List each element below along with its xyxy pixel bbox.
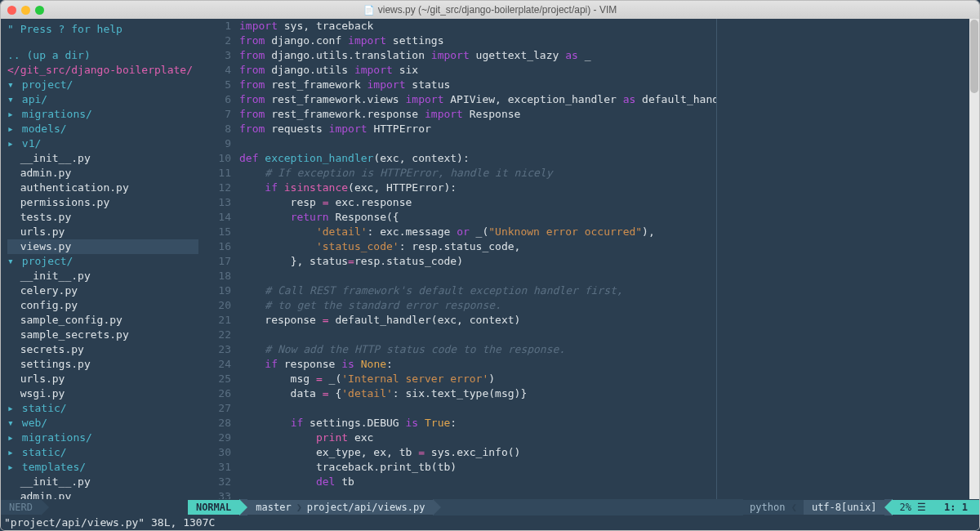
tree-file[interactable]: __init__.py	[7, 151, 198, 166]
tree-file[interactable]: wsgi.py	[7, 386, 198, 401]
tree-label[interactable]: sample_secrets.py	[7, 328, 129, 341]
tree-label[interactable]: admin.py	[7, 490, 71, 499]
tree-dir[interactable]: ▾ api/	[7, 92, 198, 107]
code-line[interactable]: ex_type, ex, tb = sys.exc_info()	[239, 445, 716, 460]
tree-dir[interactable]: ▸ models/	[7, 122, 198, 136]
chevron-down-icon[interactable]: ▾	[7, 78, 16, 92]
tree-file[interactable]: sample_secrets.py	[7, 328, 198, 342]
chevron-right-icon[interactable]: ▸	[7, 122, 16, 136]
code-line[interactable]: from rest_framework.views import APIView…	[239, 92, 716, 107]
right-pane[interactable]	[716, 19, 969, 499]
code-line[interactable]: resp = exc.response	[239, 195, 716, 210]
tree-label[interactable]: static/	[16, 446, 67, 458]
chevron-right-icon[interactable]: ▸	[7, 445, 16, 460]
minimize-icon[interactable]	[21, 6, 30, 15]
tree-label[interactable]: models/	[16, 123, 67, 135]
tree-label[interactable]: migrations/	[16, 431, 92, 444]
tree-dir[interactable]: ▾ web/	[7, 416, 198, 431]
tree-label[interactable]: __init__.py	[7, 152, 91, 164]
code-line[interactable]: from rest_framework.response import Resp…	[239, 107, 716, 122]
tree-label[interactable]: static/	[16, 402, 67, 414]
tree-label[interactable]: secrets.py	[7, 343, 84, 355]
code-line[interactable]: 'status_code': resp.status_code,	[239, 239, 716, 254]
tree-dir[interactable]: ▸ templates/	[7, 460, 198, 475]
code-line[interactable]: # Call REST framework's default exceptio…	[239, 283, 716, 298]
tree-dir[interactable]: ▾ project/	[7, 254, 198, 269]
tree-label[interactable]: settings.py	[7, 358, 91, 370]
tree-dir[interactable]: ▸ migrations/	[7, 107, 198, 122]
tree-file[interactable]: secrets.py	[7, 342, 198, 357]
chevron-down-icon[interactable]: ▾	[7, 92, 16, 107]
chevron-right-icon[interactable]: ▸	[7, 460, 16, 475]
chevron-right-icon[interactable]: ▸	[7, 401, 16, 416]
tree-label[interactable]: v1/	[16, 137, 41, 149]
code-line[interactable]: from rest_framework import status	[239, 78, 716, 92]
tree-label[interactable]: authentication.py	[7, 181, 129, 194]
tree-file[interactable]: __init__.py	[7, 269, 198, 283]
tree-file[interactable]: urls.py	[7, 372, 198, 386]
chevron-down-icon[interactable]: ▾	[7, 416, 16, 431]
tree-dir[interactable]: ▸ v1/	[7, 136, 198, 151]
tree-file[interactable]: sample_config.py	[7, 313, 198, 328]
tree-label[interactable]: project/	[16, 255, 73, 267]
code-line[interactable]: from requests import HTTPError	[239, 122, 716, 136]
tree-label[interactable]: views.py	[7, 240, 71, 252]
code-line[interactable]: # to get the standard error response.	[239, 298, 716, 313]
tree-file[interactable]: __init__.py	[7, 475, 198, 489]
file-tree[interactable]: " Press ? for help .. (up a dir) </git_s…	[1, 19, 205, 499]
code-line[interactable]: import sys, traceback	[239, 19, 716, 33]
tree-file[interactable]: urls.py	[7, 225, 198, 239]
tree-label[interactable]: tests.py	[7, 211, 71, 223]
tree-label[interactable]: wsgi.py	[7, 387, 65, 399]
code-line[interactable]: 'detail': exc.message or _("Unknown erro…	[239, 225, 716, 239]
tree-label[interactable]: web/	[16, 417, 47, 429]
tree-file[interactable]: settings.py	[7, 357, 198, 372]
code-line[interactable]: # Now add the HTTP status code to the re…	[239, 342, 716, 357]
tree-label[interactable]: urls.py	[7, 225, 65, 238]
code-line[interactable]: def exception_handler(exc, context):	[239, 151, 716, 166]
code-line[interactable]	[239, 136, 716, 151]
chevron-right-icon[interactable]: ▸	[7, 136, 16, 151]
tree-label[interactable]: templates/	[16, 461, 86, 473]
tree-label[interactable]: project/	[16, 78, 73, 91]
code-line[interactable]: # If exception is HTTPError, handle it n…	[239, 166, 716, 181]
tree-file[interactable]: admin.py	[7, 489, 198, 499]
code-line[interactable]: if isinstance(exc, HTTPError):	[239, 181, 716, 195]
code-line[interactable]: print exc	[239, 431, 716, 445]
nerdtree-updir[interactable]: .. (up a dir)	[7, 48, 198, 63]
tree-file[interactable]: views.py	[7, 239, 198, 254]
tree-label[interactable]: permissions.py	[7, 196, 109, 208]
code-line[interactable]: }, status=resp.status_code)	[239, 254, 716, 269]
command-line[interactable]: "project/api/views.py" 38L, 1307C	[1, 515, 979, 530]
code-line[interactable]: if settings.DEBUG is True:	[239, 416, 716, 431]
code-area[interactable]: import sys, tracebackfrom django.conf im…	[239, 19, 716, 499]
code-line[interactable]: from django.utils.translation import uge…	[239, 48, 716, 63]
tree-file[interactable]: authentication.py	[7, 181, 198, 195]
tree-label[interactable]: sample_config.py	[7, 314, 122, 326]
close-icon[interactable]	[7, 6, 16, 15]
zoom-icon[interactable]	[35, 6, 44, 15]
code-line[interactable]: response = default_handler(exc, context)	[239, 313, 716, 328]
code-line[interactable]: msg = _('Internal server error')	[239, 372, 716, 386]
scrollbar[interactable]	[969, 19, 979, 499]
tree-label[interactable]: config.py	[7, 299, 78, 311]
scrollbar-thumb[interactable]	[970, 20, 978, 93]
tree-file[interactable]: celery.py	[7, 283, 198, 298]
editor[interactable]: 1234567891011121314151617181920212223242…	[208, 19, 716, 499]
code-line[interactable]: if response is None:	[239, 357, 716, 372]
nerdtree-root[interactable]: </git_src/django-boilerplate/	[7, 63, 198, 78]
tree-file[interactable]: config.py	[7, 298, 198, 313]
code-line[interactable]: return Response({	[239, 210, 716, 225]
code-line[interactable]: traceback.print_tb(tb)	[239, 460, 716, 475]
tree-label[interactable]: urls.py	[7, 373, 65, 385]
tree-file[interactable]: admin.py	[7, 166, 198, 181]
tree-label[interactable]: api/	[16, 93, 47, 105]
code-line[interactable]	[239, 401, 716, 416]
tree-dir[interactable]: ▸ static/	[7, 445, 198, 460]
code-line[interactable]: from django.conf import settings	[239, 33, 716, 48]
code-line[interactable]	[239, 489, 716, 499]
tree-dir[interactable]: ▾ project/	[7, 78, 198, 92]
tree-label[interactable]: __init__.py	[7, 270, 91, 282]
tree-label[interactable]: __init__.py	[7, 475, 91, 488]
chevron-right-icon[interactable]: ▸	[7, 431, 16, 445]
